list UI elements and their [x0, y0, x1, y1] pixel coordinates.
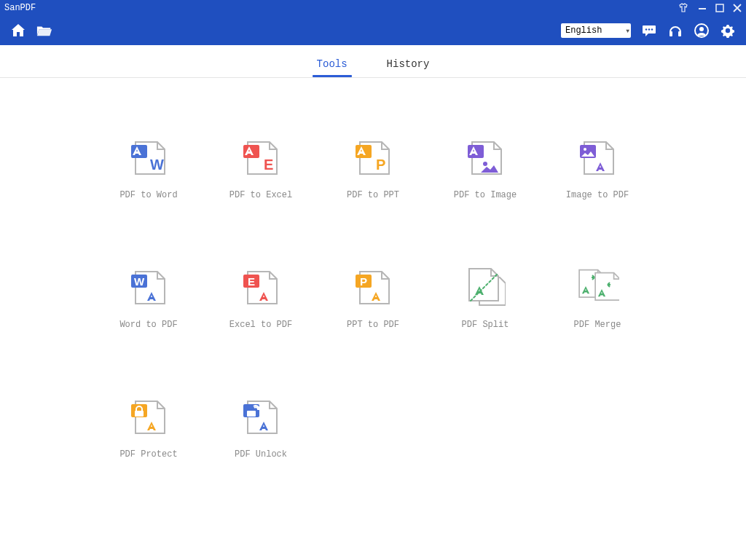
tool-label: PDF to PPT — [347, 190, 399, 200]
svg-point-8 — [699, 27, 704, 31]
svg-rect-0 — [699, 8, 706, 9]
tool-pdf-to-image[interactable]: PDF to Image — [429, 136, 541, 200]
svg-text:E: E — [264, 157, 273, 173]
image-to-pdf-icon — [576, 136, 619, 180]
tool-label: PDF to Image — [454, 190, 517, 200]
svg-rect-29 — [247, 411, 256, 417]
toolbar-right: English ▼ — [561, 23, 736, 39]
app-title: SanPDF — [4, 3, 36, 13]
svg-rect-1 — [716, 4, 723, 12]
svg-point-4 — [651, 28, 653, 30]
pdf-merge-icon — [576, 266, 619, 309]
minimize-icon[interactable] — [698, 4, 707, 12]
close-icon[interactable] — [733, 4, 742, 12]
tool-label: PDF Unlock — [235, 449, 287, 460]
svg-text:P: P — [360, 275, 367, 288]
tool-pdf-protect[interactable]: PDF Protect — [93, 395, 205, 460]
chat-icon[interactable] — [641, 23, 657, 39]
titlebar: SanPDF — [0, 0, 746, 16]
chevron-down-icon: ▼ — [626, 28, 629, 34]
tool-word-to-pdf[interactable]: W Word to PDF — [93, 266, 205, 330]
content: W PDF to Word E PDF to Excel — [0, 78, 746, 560]
tool-label: PDF Merge — [574, 320, 621, 330]
app-window: SanPDF Engli — [0, 0, 746, 560]
tool-label: Excel to PDF — [229, 320, 292, 330]
svg-point-17 — [483, 162, 487, 166]
tool-label: PDF Split — [462, 320, 509, 330]
tool-excel-to-pdf[interactable]: E Excel to PDF — [205, 266, 317, 330]
pdf-unlock-icon — [239, 395, 283, 439]
tools-grid: W PDF to Word E PDF to Excel — [93, 136, 653, 460]
svg-rect-5 — [670, 31, 672, 36]
maximize-icon[interactable] — [715, 4, 724, 12]
tool-image-to-pdf[interactable]: Image to PDF — [541, 136, 653, 200]
tab-strip: Tools History — [0, 45, 746, 78]
account-icon[interactable] — [694, 23, 710, 39]
gear-icon[interactable] — [720, 23, 736, 39]
tool-pdf-to-excel[interactable]: E PDF to Excel — [205, 136, 317, 200]
tool-ppt-to-pdf[interactable]: P PPT to PDF — [317, 266, 429, 330]
pdf-protect-icon — [127, 395, 170, 439]
window-controls — [678, 3, 742, 13]
word-to-pdf-icon: W — [127, 266, 170, 309]
ppt-to-pdf-icon: P — [351, 266, 395, 309]
svg-text:W: W — [150, 157, 164, 173]
svg-text:E: E — [248, 275, 255, 288]
tool-pdf-to-word[interactable]: W PDF to Word — [93, 136, 205, 200]
tool-pdf-merge[interactable]: PDF Merge — [541, 266, 653, 330]
svg-rect-27 — [135, 411, 144, 417]
open-folder-icon[interactable] — [36, 23, 52, 39]
tab-history[interactable]: History — [385, 58, 431, 77]
tool-label: PDF Protect — [119, 449, 177, 460]
shirt-icon[interactable] — [678, 3, 689, 13]
svg-point-2 — [645, 28, 647, 30]
toolbar: English ▼ — [0, 16, 746, 45]
svg-rect-6 — [678, 31, 681, 36]
tab-tools[interactable]: Tools — [315, 58, 349, 77]
svg-point-19 — [584, 148, 586, 151]
home-icon[interactable] — [10, 23, 26, 39]
tool-pdf-unlock[interactable]: PDF Unlock — [205, 395, 317, 460]
language-select[interactable]: English ▼ — [561, 23, 631, 38]
pdf-split-icon — [463, 266, 507, 309]
svg-text:P: P — [376, 157, 385, 173]
language-label: English — [565, 25, 602, 36]
svg-text:W: W — [134, 275, 145, 288]
tool-pdf-split[interactable]: PDF Split — [429, 266, 541, 330]
tool-label: PPT to PDF — [347, 320, 399, 330]
pdf-to-ppt-icon: P — [351, 136, 395, 180]
pdf-to-excel-icon: E — [239, 136, 283, 180]
tool-label: Word to PDF — [119, 320, 177, 330]
tool-pdf-to-ppt[interactable]: P PDF to PPT — [317, 136, 429, 200]
svg-point-3 — [648, 28, 650, 30]
tool-label: Image to PDF — [566, 190, 629, 200]
headphones-icon[interactable] — [667, 23, 683, 39]
pdf-to-image-icon — [463, 136, 507, 180]
pdf-to-word-icon: W — [127, 136, 170, 180]
excel-to-pdf-icon: E — [239, 266, 283, 309]
tool-label: PDF to Word — [119, 190, 177, 200]
svg-point-9 — [726, 28, 730, 33]
toolbar-left — [10, 23, 52, 39]
tool-label: PDF to Excel — [229, 190, 292, 200]
